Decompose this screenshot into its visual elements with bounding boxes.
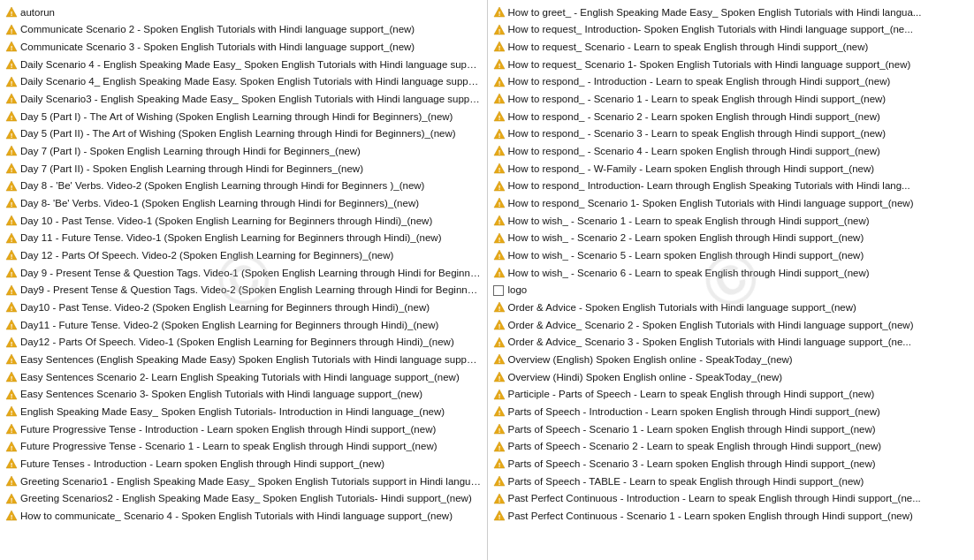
list-item: ! Day 10 - Past Tense. Video-1 (Spoken E… <box>5 212 482 230</box>
list-item: ! autorun <box>5 4 482 21</box>
svg-text:!: ! <box>498 62 500 70</box>
warning-icon: ! <box>493 232 506 245</box>
warning-icon: ! <box>5 389 18 401</box>
item-label: Greeting Scenarios2 - English Speaking M… <box>20 491 472 506</box>
item-label: Day 5 (Part II) - The Art of Wishing (Sp… <box>20 126 456 141</box>
list-item: ! Order & Advice_ Scenario 3 - Spoken En… <box>493 334 970 352</box>
list-item: ! Day10 - Past Tense. Video-2 (Spoken En… <box>5 299 482 316</box>
list-item: ! Communicate Scenario 2 - Spoken Englis… <box>5 21 482 39</box>
svg-text:!: ! <box>498 148 500 156</box>
item-label: Past Perfect Continuous - Introduction -… <box>508 491 921 506</box>
list-item: ! Day 5 (Part II) - The Art of Wishing (… <box>5 125 482 143</box>
svg-text:!: ! <box>11 479 13 487</box>
item-label: Day 8- 'Be' Verbs. Video-1 (Spoken Engli… <box>20 196 419 211</box>
item-label: Day11 - Future Tense. Video-2 (Spoken En… <box>20 318 438 333</box>
item-label: logo <box>508 283 528 298</box>
warning-icon: ! <box>493 6 506 19</box>
item-label: Easy Sentences (English Speaking Made Ea… <box>20 352 482 367</box>
list-item: ! Parts of Speech - Scenario 3 - Learn s… <box>493 455 970 473</box>
item-label: How to respond_ - W-Family - Learn spoke… <box>508 162 875 177</box>
warning-icon: ! <box>5 319 18 331</box>
item-label: How to respond_ - Scenario 1 - Learn to … <box>508 92 886 107</box>
item-label: Past Perfect Continuous - Scenario 1 - L… <box>508 509 913 524</box>
item-label: How to respond_ Scenario 1- Spoken Engli… <box>508 196 914 211</box>
item-label: Overview (English) Spoken English online… <box>508 352 793 367</box>
list-item: ! How to wish_ - Scenario 6 - Learn to s… <box>493 264 970 282</box>
svg-text:!: ! <box>11 322 13 330</box>
svg-text:!: ! <box>498 496 500 504</box>
warning-icon: ! <box>5 510 18 522</box>
svg-text:!: ! <box>11 496 13 504</box>
list-item: ! How to respond_ - Scenario 1 - Learn t… <box>493 90 970 108</box>
warning-icon: ! <box>493 58 506 71</box>
warning-icon: ! <box>5 423 18 435</box>
warning-icon: ! <box>493 405 506 418</box>
svg-text:!: ! <box>11 270 13 278</box>
list-item: ! Parts of Speech - Introduction - Learn… <box>493 403 970 420</box>
warning-icon: ! <box>5 197 18 209</box>
svg-text:!: ! <box>11 10 13 18</box>
warning-icon: ! <box>493 145 506 157</box>
list-item: ! English Speaking Made Easy_ Spoken Eng… <box>5 403 482 420</box>
list-item: logo <box>493 282 970 299</box>
list-item: ! Future Progressive Tense - Scenario 1 … <box>5 438 482 456</box>
warning-icon: ! <box>5 145 18 157</box>
item-label: How to wish_ - Scenario 1 - Learn to spe… <box>508 214 870 229</box>
item-label: Day9 - Present Tense & Question Tags. Vi… <box>20 283 482 298</box>
warning-icon: ! <box>5 41 18 53</box>
svg-text:!: ! <box>498 513 500 521</box>
list-item: ! How to wish_ - Scenario 2 - Learn spok… <box>493 230 970 247</box>
warning-icon: ! <box>5 371 18 383</box>
svg-text:!: ! <box>498 409 500 417</box>
item-label: Day12 - Parts Of Speech. Video-1 (Spoken… <box>20 335 454 350</box>
item-label: How to respond_ - Scenario 4 - Learn spo… <box>508 144 880 159</box>
svg-text:!: ! <box>498 444 500 452</box>
svg-text:!: ! <box>498 270 500 278</box>
item-label: Day 11 - Future Tense. Video-1 (Spoken E… <box>20 231 441 246</box>
warning-icon: ! <box>5 76 18 88</box>
item-label: Participle - Parts of Speech - Learn to … <box>508 387 875 402</box>
item-label: How to respond_ Introduction- Learn thro… <box>508 178 910 193</box>
item-label: Parts of Speech - Introduction - Learn s… <box>508 405 880 420</box>
item-label: autorun <box>20 5 55 20</box>
svg-text:!: ! <box>498 322 500 330</box>
warning-icon: ! <box>493 215 506 227</box>
warning-icon: ! <box>493 371 506 383</box>
svg-text:!: ! <box>498 44 500 52</box>
item-label: Overview (Hindi) Spoken English online -… <box>508 370 783 385</box>
list-item: ! How to respond_ - Introduction - Learn… <box>493 73 970 91</box>
item-label: How to request_ Scenario 1- Spoken Engli… <box>508 57 911 72</box>
svg-text:!: ! <box>11 427 13 435</box>
svg-text:!: ! <box>11 392 13 400</box>
svg-text:!: ! <box>11 513 13 521</box>
checkbox-icon[interactable] <box>493 285 504 296</box>
list-item: ! Parts of Speech - Scenario 2 - Learn t… <box>493 438 970 456</box>
svg-text:!: ! <box>11 375 13 382</box>
svg-text:!: ! <box>11 357 13 365</box>
item-label: How to wish_ - Scenario 6 - Learn to spe… <box>508 266 870 281</box>
item-label: English Speaking Made Easy_ Spoken Engli… <box>20 405 445 420</box>
item-label: Day 10 - Past Tense. Video-1 (Spoken Eng… <box>20 214 432 229</box>
list-item: ! Future Tenses - Introduction - Learn s… <box>5 455 482 473</box>
left-column: ! autorun ! Communicate Scenario 2 - Spo… <box>0 0 488 560</box>
list-item: ! Day11 - Future Tense. Video-2 (Spoken … <box>5 316 482 334</box>
list-item: ! Daily Scenario3 - English Speaking Mad… <box>5 90 482 108</box>
warning-icon: ! <box>493 76 506 88</box>
warning-icon: ! <box>493 24 506 36</box>
list-item: ! How to respond_ Introduction- Learn th… <box>493 178 970 195</box>
list-item: ! Easy Sentences Scenario 3- Spoken Engl… <box>5 386 482 404</box>
warning-icon: ! <box>493 180 506 193</box>
item-label: Future Tenses - Introduction - Learn spo… <box>20 457 384 472</box>
item-label: Day 12 - Parts Of Speech. Video-2 (Spoke… <box>20 248 393 263</box>
warning-icon: ! <box>5 215 18 227</box>
warning-icon: ! <box>5 301 18 314</box>
warning-icon: ! <box>493 458 506 470</box>
warning-icon: ! <box>5 110 18 123</box>
svg-text:!: ! <box>11 288 13 296</box>
warning-icon: ! <box>5 475 18 488</box>
item-label: Easy Sentences Scenario 2- Learn English… <box>20 370 460 385</box>
list-item: ! Past Perfect Continuous - Introduction… <box>493 490 970 508</box>
warning-icon: ! <box>5 24 18 36</box>
list-item: ! Day 7 (Part II) - Spoken English Learn… <box>5 160 482 178</box>
item-label: How to greet_ - English Speaking Made Ea… <box>508 5 922 20</box>
